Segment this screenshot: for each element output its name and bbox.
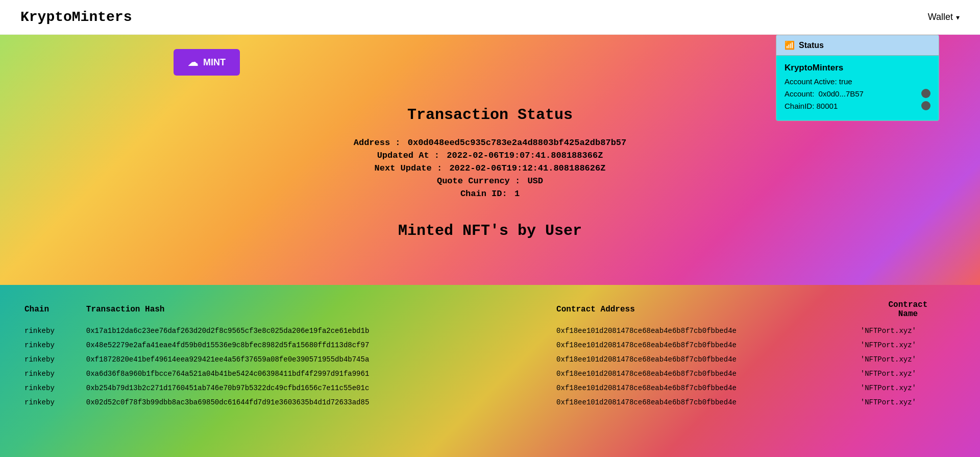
table-cell-contract_address: 0xf18ee101d2081478ce68eab4e6b8f7cb0fbbed…: [552, 367, 856, 381]
address-row: Address : 0x0d048eed5c935c783e2a4d8803bf…: [354, 138, 627, 148]
col-contract-address: Contract Address: [552, 295, 856, 324]
status-label: Status: [799, 41, 824, 50]
minted-nfts-title: Minted NFT's by User: [398, 222, 582, 239]
logo: KryptoMinters: [20, 9, 132, 25]
upload-icon: ☁: [188, 56, 198, 68]
chain-id-tx-value: 1: [514, 189, 520, 199]
updated-at-label: Updated At :: [377, 151, 439, 160]
table-cell-contract_address: 0xf18ee101d2081478ce68eab4e6b8f7cb0fbbed…: [552, 381, 856, 395]
wallet-dropdown: 📶 Status KryptoMinters Account Active: t…: [776, 35, 939, 121]
table-cell-contract_address: 0xf18ee101d2081478ce68eab4e6b8f7cb0fbbed…: [552, 395, 856, 410]
dapp-name: KryptoMinters: [785, 63, 930, 73]
table-cell-chain: rinkeby: [20, 352, 82, 367]
table-row: rinkeby0xf1872820e41bef49614eea929421ee4…: [20, 352, 960, 367]
next-update-value: 2022-02-06T19:12:41.808188626Z: [449, 163, 605, 173]
chevron-down-icon: ▾: [956, 13, 960, 21]
account-value-label: Account: 0x0d0...7B57: [785, 89, 864, 98]
chain-id-row: ChainID: 80001: [785, 101, 930, 110]
table-cell-contract_address: 0xf18ee101d2081478ce68eab4e6b8f7cb0fbbed…: [552, 324, 856, 338]
col-chain: Chain: [20, 295, 82, 324]
chain-id-tx-label: Chain ID:: [460, 189, 507, 199]
next-update-label: Next Update :: [375, 163, 443, 173]
col-contract-name: ContractName: [856, 295, 960, 324]
quote-currency-value: USD: [527, 176, 543, 186]
dot-icon-2: [921, 101, 930, 110]
table-cell-chain: rinkeby: [20, 338, 82, 352]
table-row: rinkeby0x48e52279e2afa41eae4fd59b0d15536…: [20, 338, 960, 352]
table-cell-tx_hash: 0xb254b79d13b2c271d1760451ab746e70b97b53…: [82, 381, 552, 395]
wifi-icon: 📶: [785, 40, 795, 50]
account-row: Account: 0x0d0...7B57: [785, 89, 930, 98]
chain-id-label: ChainID: 80001: [785, 102, 838, 110]
table-cell-chain: rinkeby: [20, 324, 82, 338]
account-active-row: Account Active: true: [785, 77, 930, 86]
transaction-title: Transaction Status: [407, 106, 573, 124]
col-tx-hash: Transaction Hash: [82, 295, 552, 324]
table-cell-contract_address: 0xf18ee101d2081478ce68eab4e6b8f7cb0fbbed…: [552, 352, 856, 367]
table-row: rinkeby0xb254b79d13b2c271d1760451ab746e7…: [20, 381, 960, 395]
table-row: rinkeby0x02d52c0f78f3b99dbb8ac3ba69850dc…: [20, 395, 960, 410]
updated-at-value: 2022-02-06T19:07:41.808188366Z: [447, 151, 603, 160]
table-cell-chain: rinkeby: [20, 395, 82, 410]
chain-id-tx-row: Chain ID: 1: [460, 189, 520, 199]
table-cell-contract_name: 'NFTPort.xyz': [856, 352, 960, 367]
wallet-button[interactable]: Wallet ▾: [928, 12, 960, 22]
address-value: 0x0d048eed5c935c783e2a4d8803bf425a2db87b…: [408, 138, 626, 148]
table-header: Chain Transaction Hash Contract Address …: [20, 295, 960, 324]
account-active-label: Account Active: true: [785, 77, 852, 86]
transaction-section: Transaction Status Address : 0x0d048eed5…: [0, 106, 980, 239]
table-area: Chain Transaction Hash Contract Address …: [0, 285, 980, 457]
table-row: rinkeby0xa6d36f8a960b1fbcce764a521a04b41…: [20, 367, 960, 381]
header: KryptoMinters Wallet ▾: [0, 0, 980, 35]
table-cell-contract_name: 'NFTPort.xyz': [856, 395, 960, 410]
mint-button[interactable]: ☁ MINT: [174, 49, 240, 76]
dropdown-body: KryptoMinters Account Active: true Accou…: [776, 56, 939, 121]
quote-currency-row: Quote Currency : USD: [437, 176, 543, 186]
table-cell-tx_hash: 0xf1872820e41bef49614eea929421ee4a56f376…: [82, 352, 552, 367]
dot-icon: [921, 89, 930, 98]
mint-label: MINT: [203, 57, 226, 68]
table-cell-tx_hash: 0x17a1b12da6c23ee76daf263d20d2f8c9565cf3…: [82, 324, 552, 338]
table-cell-chain: rinkeby: [20, 381, 82, 395]
table-header-row: Chain Transaction Hash Contract Address …: [20, 295, 960, 324]
table-cell-contract_name: 'NFTPort.xyz': [856, 381, 960, 395]
updated-at-row: Updated At : 2022-02-06T19:07:41.8081883…: [377, 151, 603, 160]
address-label: Address :: [354, 138, 401, 148]
wallet-label: Wallet: [928, 12, 953, 22]
table-cell-tx_hash: 0x02d52c0f78f3b99dbb8ac3ba69850dc61644fd…: [82, 395, 552, 410]
next-update-row: Next Update : 2022-02-06T19:12:41.808188…: [375, 163, 606, 173]
status-header: 📶 Status: [776, 35, 939, 56]
nft-table: Chain Transaction Hash Contract Address …: [20, 295, 960, 410]
table-cell-contract_name: 'NFTPort.xyz': [856, 338, 960, 352]
table-cell-contract_address: 0xf18ee101d2081478ce68eab4e6b8f7cb0fbbed…: [552, 338, 856, 352]
table-cell-tx_hash: 0x48e52279e2afa41eae4fd59b0d15536e9c8bfe…: [82, 338, 552, 352]
table-cell-contract_name: 'NFTPort.xyz': [856, 324, 960, 338]
table-cell-contract_name: 'NFTPort.xyz': [856, 367, 960, 381]
table-row: rinkeby0x17a1b12da6c23ee76daf263d20d2f8c…: [20, 324, 960, 338]
table-body: rinkeby0x17a1b12da6c23ee76daf263d20d2f8c…: [20, 324, 960, 410]
table-cell-chain: rinkeby: [20, 367, 82, 381]
table-cell-tx_hash: 0xa6d36f8a960b1fbcce764a521a04b41be5424c…: [82, 367, 552, 381]
quote-currency-label: Quote Currency :: [437, 176, 520, 186]
